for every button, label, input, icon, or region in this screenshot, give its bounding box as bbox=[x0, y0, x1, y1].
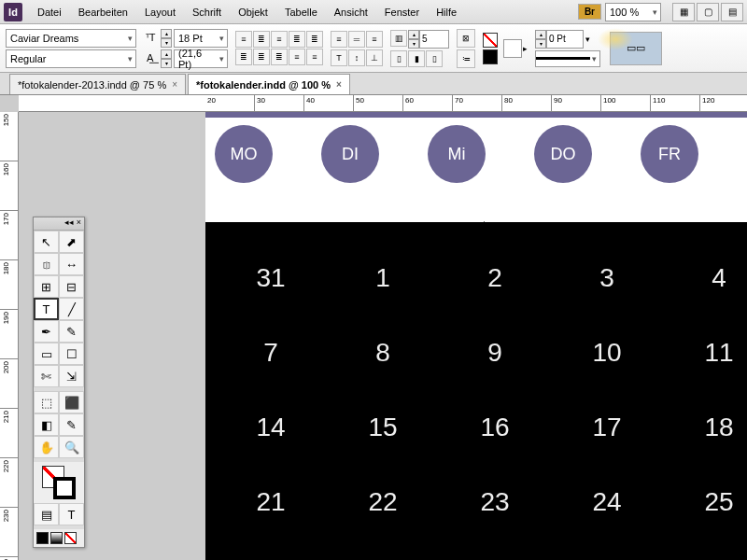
hand-tool-icon[interactable]: ✋ bbox=[34, 436, 59, 458]
justify-center-icon[interactable]: ≣ bbox=[253, 49, 270, 65]
scissors-tool-icon[interactable]: ✄ bbox=[34, 365, 59, 387]
document-page[interactable]: MO DI Mi DO FR S ↓ 31 1 2 3 4 7 8 9 10 1… bbox=[205, 112, 747, 560]
menu-ansicht[interactable]: Ansicht bbox=[327, 3, 375, 21]
cell[interactable]: 16 bbox=[480, 413, 509, 442]
justify-icon[interactable]: ≣ bbox=[306, 31, 323, 48]
type-tool-icon[interactable]: T bbox=[34, 298, 59, 320]
day-di[interactable]: DI bbox=[321, 125, 379, 183]
calendar-table[interactable]: 31 1 2 3 4 7 8 9 10 11 14 15 16 17 18 21… bbox=[205, 222, 747, 560]
apply-none-icon[interactable] bbox=[64, 532, 77, 544]
formatting-text-icon[interactable]: T bbox=[59, 503, 84, 525]
wrap-preview-icon[interactable]: ▭▭ bbox=[610, 32, 662, 65]
rectangle-frame-tool-icon[interactable]: ▭ bbox=[34, 343, 59, 365]
align-away-icon[interactable]: ≡ bbox=[306, 49, 323, 65]
content-placer-icon[interactable]: ⊟ bbox=[59, 275, 84, 298]
cell[interactable]: 3 bbox=[599, 263, 614, 293]
fill-stroke-proxy[interactable] bbox=[34, 462, 84, 503]
font-family-dropdown[interactable]: Caviar Dreams bbox=[6, 29, 136, 48]
note-tool-icon[interactable]: ◧ bbox=[34, 413, 59, 436]
split-icon[interactable]: ▯ bbox=[426, 50, 443, 67]
font-style-dropdown[interactable]: Regular bbox=[6, 49, 136, 68]
cell[interactable]: 17 bbox=[592, 413, 621, 442]
stroke-style-dropdown[interactable] bbox=[535, 50, 600, 67]
content-collector-icon[interactable]: ⊞ bbox=[34, 275, 59, 298]
fill-swatch[interactable] bbox=[483, 33, 498, 48]
menu-layout[interactable]: Layout bbox=[137, 3, 183, 21]
zoom-tool-icon[interactable]: 🔍 bbox=[59, 436, 84, 458]
tab-fotokalender[interactable]: *fotokalender.indd @ 100 % × bbox=[188, 74, 350, 94]
close-icon[interactable]: × bbox=[172, 79, 177, 90]
panel-header[interactable]: ◂◂ × bbox=[34, 217, 84, 231]
apply-gradient-icon[interactable] bbox=[50, 532, 63, 544]
cell[interactable]: 4 bbox=[712, 263, 726, 293]
leading-spinner[interactable]: ▴▾ bbox=[161, 49, 172, 68]
fill-arrow-icon[interactable]: ▸ bbox=[523, 44, 528, 53]
cell[interactable]: 10 bbox=[592, 338, 621, 368]
cell[interactable]: 31 bbox=[256, 263, 285, 293]
text-opts-icon[interactable]: ⊥ bbox=[366, 49, 383, 66]
cell[interactable]: 8 bbox=[375, 338, 390, 368]
columns-spinner[interactable]: ▴▾ 5 bbox=[408, 30, 449, 49]
stroke-color-icon[interactable] bbox=[53, 477, 76, 499]
pencil-tool-icon[interactable]: ✎ bbox=[59, 320, 84, 343]
gap-tool-icon[interactable]: ↔ bbox=[59, 253, 84, 275]
eyedropper-tool-icon[interactable]: ✎ bbox=[59, 413, 84, 436]
apply-color-icon[interactable] bbox=[36, 532, 49, 544]
no-break-icon[interactable]: ⊠ bbox=[457, 29, 475, 48]
para-before-icon[interactable]: ≡ bbox=[331, 31, 347, 48]
font-size-dropdown[interactable]: 18 Pt bbox=[174, 29, 228, 48]
formatting-container-icon[interactable]: ▤ bbox=[34, 503, 59, 525]
day-mo[interactable]: MO bbox=[215, 125, 273, 183]
menu-objekt[interactable]: Objekt bbox=[231, 3, 275, 21]
bridge-button[interactable]: Br bbox=[578, 4, 601, 20]
tools-panel[interactable]: ◂◂ × ↖ ⬈ ⎅ ↔ ⊞ ⊟ T ╱ ✒ ✎ ▭ ☐ ✄ ⇲ ⬚ ⬛ ◧ ✎… bbox=[33, 217, 85, 548]
menu-fenster[interactable]: Fenster bbox=[377, 3, 427, 21]
cell[interactable]: 1 bbox=[375, 263, 390, 293]
cell[interactable]: 25 bbox=[704, 487, 733, 517]
bullets-icon[interactable]: ≔ bbox=[457, 49, 475, 68]
justify-left-icon[interactable]: ≣ bbox=[289, 31, 305, 48]
menu-tabelle[interactable]: Tabelle bbox=[277, 3, 325, 21]
cell[interactable]: 21 bbox=[256, 487, 285, 517]
cell[interactable]: 11 bbox=[704, 338, 733, 368]
tab-fotokalender-2013[interactable]: *fotokalender-2013.indd @ 75 % × bbox=[9, 74, 186, 94]
gradient-feather-tool-icon[interactable]: ⬛ bbox=[59, 391, 84, 413]
span-icon[interactable]: ▮ bbox=[408, 50, 425, 67]
stroke-swatch[interactable] bbox=[483, 49, 498, 64]
canvas[interactable]: MO DI Mi DO FR S ↓ 31 1 2 3 4 7 8 9 10 1… bbox=[19, 112, 747, 560]
direct-selection-tool-icon[interactable]: ⬈ bbox=[59, 231, 84, 253]
day-do[interactable]: DO bbox=[534, 125, 592, 183]
align-left-icon[interactable]: ≡ bbox=[235, 31, 252, 48]
day-fr[interactable]: FR bbox=[641, 125, 698, 183]
selection-tool-icon[interactable]: ↖ bbox=[34, 231, 59, 253]
rectangle-tool-icon[interactable]: ☐ bbox=[59, 343, 84, 365]
align-center-icon[interactable]: ≣ bbox=[253, 31, 270, 48]
cell[interactable]: 22 bbox=[368, 487, 397, 517]
close-icon[interactable]: × bbox=[336, 79, 342, 90]
para-align-icon[interactable]: ═ bbox=[348, 31, 365, 48]
view-mode-2-icon[interactable]: ▢ bbox=[697, 3, 719, 21]
cell[interactable]: 18 bbox=[704, 413, 733, 442]
align-top-icon[interactable]: ≡ bbox=[289, 49, 305, 65]
baseline-icon[interactable]: ↕ bbox=[348, 49, 365, 66]
line-tool-icon[interactable]: ╱ bbox=[59, 298, 84, 320]
menu-bearbeiten[interactable]: Bearbeiten bbox=[71, 3, 135, 21]
para-after-icon[interactable]: ≡ bbox=[366, 31, 383, 48]
zoom-dropdown[interactable]: 100 % bbox=[605, 3, 661, 21]
pen-tool-icon[interactable]: ✒ bbox=[34, 320, 59, 343]
vertical-ruler[interactable]: 150160 170180 190200 210220 230240 bbox=[0, 112, 19, 560]
align-right-icon[interactable]: ≡ bbox=[271, 31, 288, 48]
cell[interactable]: 14 bbox=[256, 413, 285, 442]
menu-hilfe[interactable]: Hilfe bbox=[429, 3, 464, 21]
cell[interactable]: 15 bbox=[368, 413, 397, 442]
view-mode-1-icon[interactable]: ▦ bbox=[672, 3, 695, 21]
cols-icon[interactable]: ▥ bbox=[390, 30, 407, 47]
stroke-weight-spinner[interactable]: ▴▾ 0 Pt ▾ bbox=[535, 30, 600, 49]
page-tool-icon[interactable]: ⎅ bbox=[34, 253, 59, 275]
justify-all-icon[interactable]: ≣ bbox=[235, 49, 252, 65]
cell[interactable]: 2 bbox=[487, 263, 502, 293]
cell[interactable]: 24 bbox=[592, 487, 621, 517]
day-mi[interactable]: Mi bbox=[428, 125, 486, 183]
menu-datei[interactable]: Datei bbox=[30, 3, 69, 21]
leading-dropdown[interactable]: (21,6 Pt) bbox=[174, 49, 228, 68]
